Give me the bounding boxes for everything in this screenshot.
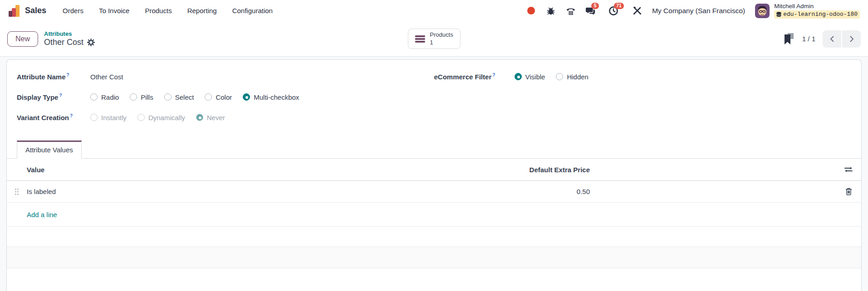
messages-badge: 5 [591, 3, 599, 10]
optional-columns-icon[interactable] [836, 166, 861, 173]
column-header-value[interactable]: Value [27, 166, 417, 174]
column-header-default-extra-price[interactable]: Default Extra Price [417, 166, 590, 174]
variant-creation-never-option: Never [196, 114, 225, 121]
menu-products[interactable]: Products [145, 7, 172, 15]
page-background: Attribute Name? Other Cost eCommerce Fil… [0, 57, 868, 291]
record-icon[interactable] [526, 6, 536, 16]
variant-creation-dynamically-option: Dynamically [137, 114, 185, 121]
variant-creation-options: Instantly Dynamically Never [90, 114, 225, 121]
database-name: edu-learning-odoo-180 [783, 11, 858, 18]
radio-multi-checkbox[interactable] [243, 93, 250, 101]
products-stat-icon [415, 35, 425, 43]
ecommerce-filter-label: eCommerce Filter? [434, 73, 515, 81]
form-sheet: Attribute Name? Other Cost eCommerce Fil… [6, 59, 862, 291]
ecommerce-filter-options: Visible Hidden [515, 73, 588, 81]
notebook-tabs: Attribute Values [7, 141, 861, 159]
menu-orders[interactable]: Orders [63, 7, 83, 15]
bookmark-icon[interactable] [783, 33, 795, 45]
chevron-left-icon [829, 35, 835, 43]
menu-to-invoice[interactable]: To Invoice [99, 7, 130, 15]
display-type-select-option[interactable]: Select [164, 93, 194, 101]
voip-phone-icon[interactable] [566, 6, 576, 16]
bug-icon[interactable] [546, 6, 556, 16]
ecommerce-filter-visible-option[interactable]: Visible [515, 73, 545, 81]
stat-label: Products [430, 31, 453, 39]
help-question-mark: ? [67, 73, 69, 78]
chevron-right-icon [849, 35, 854, 43]
stat-value: 1 [430, 39, 453, 47]
breadcrumb-attributes-link[interactable]: Attributes [44, 30, 95, 38]
help-question-mark: ? [70, 113, 73, 118]
ecommerce-filter-hidden-option[interactable]: Hidden [556, 73, 588, 81]
app-name[interactable]: Sales [25, 6, 46, 15]
attribute-name-label: Attribute Name? [17, 73, 90, 81]
display-type-pills-option[interactable]: Pills [130, 93, 153, 101]
radio-dynamically [137, 114, 145, 121]
control-panel: New Attributes Other Cost [0, 21, 868, 57]
radio-hidden[interactable] [556, 73, 563, 80]
radio-visible[interactable] [515, 73, 522, 80]
database-icon [776, 12, 781, 17]
table-row[interactable]: Is labeled 0.50 [7, 181, 861, 203]
pager-zone: 1 / 1 [783, 30, 861, 48]
display-type-label: Display Type? [17, 93, 90, 101]
sales-app-icon [8, 4, 20, 18]
pager-counter: 1 / 1 [802, 35, 815, 43]
add-line-row: Add a line [7, 203, 861, 227]
radio-instantly [90, 114, 98, 121]
pager-previous-button[interactable] [823, 30, 841, 48]
menu-reporting[interactable]: Reporting [187, 7, 217, 15]
messages-icon[interactable]: 5 [586, 6, 596, 16]
new-button[interactable]: New [7, 31, 38, 47]
products-stat-button[interactable]: Products 1 [407, 29, 460, 49]
pager-next-button[interactable] [842, 30, 861, 48]
list-header-row: Value Default Extra Price [7, 159, 861, 181]
user-texts: Mitchell Admin edu-learning-odoo-180 [774, 3, 860, 19]
app-switcher[interactable]: Sales [8, 4, 46, 18]
activities-clock-icon[interactable]: 71 [608, 6, 618, 16]
drag-handle-icon[interactable] [7, 188, 27, 196]
radio-never [196, 114, 203, 121]
radio-color[interactable] [205, 93, 212, 101]
display-type-color-option[interactable]: Color [205, 93, 232, 101]
attribute-name-field[interactable]: Other Cost [90, 73, 123, 81]
radio-radio[interactable] [90, 93, 98, 101]
radio-pills[interactable] [130, 93, 137, 101]
cell-default-extra-price[interactable]: 0.50 [417, 188, 590, 195]
menu-configuration[interactable]: Configuration [232, 7, 273, 15]
company-selector[interactable]: My Company (San Francisco) [652, 7, 745, 15]
empty-list-row [7, 227, 861, 247]
user-menu[interactable]: Mitchell Admin edu-learning-odoo-180 [755, 3, 860, 19]
action-gear-icon[interactable] [87, 39, 95, 46]
activities-badge: 71 [614, 3, 624, 10]
display-type-options: Radio Pills Select Color [90, 93, 299, 101]
display-type-radio-option[interactable]: Radio [90, 93, 119, 101]
variant-creation-instantly-option: Instantly [90, 114, 127, 121]
tools-icon[interactable] [632, 6, 642, 16]
breadcrumb-current-record: Other Cost [44, 38, 83, 48]
variant-creation-label: Variant Creation? [17, 113, 90, 121]
help-question-mark: ? [59, 93, 62, 98]
add-a-line-link[interactable]: Add a line [27, 211, 57, 218]
breadcrumb: Attributes Other Cost [44, 30, 95, 47]
cell-value[interactable]: Is labeled [27, 188, 417, 195]
empty-list-row [7, 268, 861, 291]
top-navbar: Sales Orders To Invoice Products Reporti… [0, 0, 868, 21]
radio-select[interactable] [164, 93, 172, 101]
avatar [755, 4, 770, 18]
database-badge: edu-learning-odoo-180 [774, 10, 860, 19]
delete-row-icon[interactable] [836, 188, 861, 195]
navbar-systray: 5 71 My Company (San Francisco) [526, 3, 860, 19]
display-type-multicheckbox-option[interactable]: Multi-checkbox [243, 93, 299, 101]
main-menu: Orders To Invoice Products Reporting Con… [63, 7, 273, 15]
help-question-mark: ? [492, 73, 495, 78]
attribute-values-list: Value Default Extra Price [7, 159, 861, 291]
empty-list-row [7, 247, 861, 268]
tab-attribute-values[interactable]: Attribute Values [17, 141, 82, 159]
user-name: Mitchell Admin [774, 3, 860, 10]
